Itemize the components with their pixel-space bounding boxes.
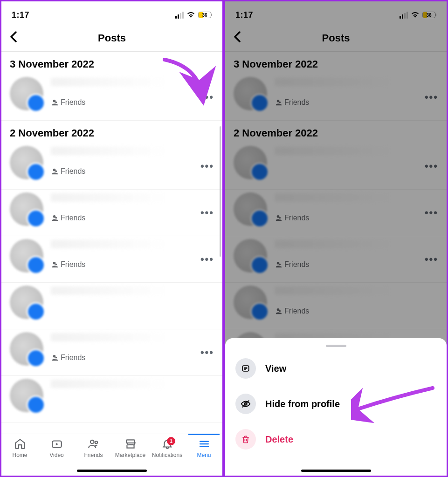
tab-label: Marketplace: [115, 452, 145, 458]
redacted-text: [51, 78, 166, 86]
avatar: [10, 146, 43, 179]
left-screenshot: 1:17 36 Posts 3 November 2022 Friends ••…: [0, 0, 224, 477]
post-row: •••: [225, 143, 447, 190]
post-row[interactable]: [1, 283, 222, 329]
post-row: Friends •••: [225, 74, 447, 121]
post-row[interactable]: Friends •••: [1, 74, 222, 121]
posts-list[interactable]: 3 November 2022 Friends ••• 2 November 2…: [1, 52, 222, 434]
list-icon: [235, 358, 256, 379]
post-more-button[interactable]: •••: [200, 253, 214, 266]
post-row[interactable]: Friends •••: [1, 329, 222, 376]
battery-icon: 36: [422, 12, 436, 18]
scrollbar[interactable]: [220, 126, 221, 257]
tab-label: Home: [12, 452, 27, 458]
tab-menu[interactable]: Menu: [186, 438, 222, 476]
sheet-hide-from-profile[interactable]: Hide from profile: [231, 386, 441, 422]
eye-slash-icon: [235, 394, 256, 414]
tab-notifications[interactable]: 1 Notifications: [149, 438, 186, 476]
cellular-icon: [175, 12, 184, 19]
avatar: [10, 332, 43, 366]
privacy-label: Friends: [61, 98, 85, 107]
date-header: 3 November 2022: [1, 52, 222, 74]
tab-label: Menu: [197, 452, 211, 458]
avatar: [10, 286, 43, 319]
sheet-label: Delete: [265, 434, 293, 445]
trash-icon: [235, 429, 256, 450]
video-icon: [51, 438, 63, 450]
tab-label: Video: [49, 452, 63, 458]
wifi-icon: [186, 10, 195, 20]
friends-icon: [88, 438, 100, 450]
sheet-grabber[interactable]: [326, 345, 346, 347]
cellular-icon: [400, 12, 408, 19]
post-more-button[interactable]: •••: [200, 91, 214, 103]
post-row: Friends •••: [225, 190, 447, 236]
nav-header: Posts: [1, 25, 222, 52]
action-sheet: View Hide from profile Delete: [225, 338, 447, 476]
notification-badge: 1: [167, 437, 175, 445]
marketplace-icon: [124, 438, 137, 450]
home-indicator[interactable]: [301, 470, 371, 472]
post-body: Friends: [51, 77, 216, 107]
back-button[interactable]: [10, 31, 17, 46]
home-indicator[interactable]: [77, 470, 147, 472]
sheet-view[interactable]: View: [231, 351, 441, 386]
avatar: [10, 379, 43, 412]
wifi-icon: [411, 10, 420, 20]
menu-icon: [198, 438, 210, 450]
home-icon: [14, 438, 26, 450]
svg-point-2: [95, 441, 97, 443]
tab-video[interactable]: Video: [38, 438, 75, 476]
status-bar: 1:17 36: [225, 1, 447, 25]
tab-home[interactable]: Home: [1, 438, 38, 476]
right-screenshot: 1:17 36 Posts 3 November 2022 Friends ••…: [224, 0, 448, 477]
svg-point-1: [90, 440, 94, 444]
status-time: 1:17: [12, 10, 29, 20]
nav-header: Posts: [225, 25, 447, 52]
avatar: [10, 192, 43, 226]
back-button[interactable]: [234, 31, 241, 46]
status-bar: 1:17 36: [1, 1, 222, 25]
post-row[interactable]: Friends •••: [1, 190, 222, 236]
post-row: Friends: [225, 283, 447, 329]
tab-label: Notifications: [152, 452, 182, 458]
page-title: Posts: [98, 32, 126, 44]
post-more-button[interactable]: •••: [200, 160, 214, 172]
sheet-label: Hide from profile: [265, 399, 340, 409]
post-row[interactable]: [1, 376, 222, 422]
battery-icon: 36: [198, 12, 212, 18]
status-right: 36: [175, 10, 212, 20]
post-more-button[interactable]: •••: [200, 347, 214, 359]
post-more-button[interactable]: •••: [200, 207, 214, 219]
post-row[interactable]: Friends •••: [1, 143, 222, 190]
post-row[interactable]: Friends •••: [1, 236, 222, 283]
privacy-indicator: Friends: [51, 98, 216, 107]
avatar: [10, 239, 43, 273]
post-row: Friends •••: [225, 236, 447, 283]
tab-label: Friends: [84, 452, 103, 458]
sheet-label: View: [265, 363, 286, 374]
avatar: [10, 77, 43, 110]
date-header: 2 November 2022: [1, 121, 222, 143]
sheet-delete[interactable]: Delete: [231, 422, 441, 457]
